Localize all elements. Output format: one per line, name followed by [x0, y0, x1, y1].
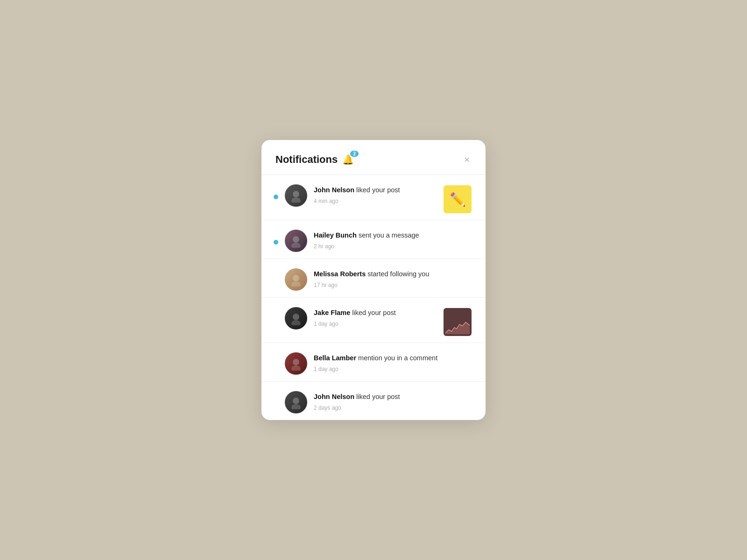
notification-text: Bella Lamber mention you in a comment: [314, 353, 472, 363]
notification-time: 1 day ago: [314, 366, 472, 372]
svg-point-1: [291, 197, 301, 203]
avatar: [285, 391, 307, 413]
panel-header: Notifications 🔔 2 ×: [261, 140, 486, 175]
avatar: [285, 268, 307, 291]
svg-point-3: [291, 243, 301, 248]
svg-point-2: [293, 236, 299, 243]
notification-time: 2 hr ago: [314, 243, 472, 250]
avatar: [285, 184, 307, 207]
notification-thumbnail: [444, 308, 472, 336]
header-left: Notifications 🔔 2: [275, 154, 354, 166]
notification-username: Hailey Bunch: [314, 231, 357, 239]
notification-thumbnail: ✏️: [444, 185, 472, 213]
notification-badge: 2: [350, 151, 359, 157]
notification-username: John Nelson: [314, 393, 354, 400]
pencil-thumb-icon: ✏️: [444, 185, 472, 213]
notification-action: started following you: [366, 270, 429, 278]
notification-action: liked your post: [350, 309, 396, 316]
notification-text: Hailey Bunch sent you a message: [314, 231, 472, 240]
avatar: [285, 230, 307, 252]
notification-item[interactable]: John Nelson liked your post4 min ago✏️: [261, 175, 486, 220]
chart-thumb: [444, 308, 472, 336]
notification-action: liked your post: [354, 393, 400, 400]
svg-marker-8: [445, 322, 470, 334]
notification-username: Melissa Roberts: [314, 270, 366, 278]
notification-text: John Nelson liked your post: [314, 185, 437, 195]
notification-item[interactable]: Bella Lamber mention you in a comment1 d…: [261, 343, 486, 382]
close-button[interactable]: ×: [462, 153, 472, 166]
notification-text: Jake Flame liked your post: [314, 308, 437, 318]
notification-text: Melissa Roberts started following you: [314, 269, 472, 279]
svg-point-11: [293, 398, 299, 404]
svg-point-4: [293, 275, 299, 281]
notification-username: John Nelson: [314, 186, 354, 194]
notification-action: sent you a message: [357, 231, 419, 239]
svg-point-5: [291, 281, 301, 287]
notification-username: Jake Flame: [314, 309, 350, 316]
notification-item[interactable]: Hailey Bunch sent you a message2 hr ago: [261, 220, 486, 259]
unread-dot: [274, 195, 278, 199]
notifications-panel: Notifications 🔔 2 × John Nelson liked yo…: [261, 140, 486, 420]
notification-action: mention you in a comment: [356, 354, 437, 362]
notification-text: John Nelson liked your post: [314, 392, 472, 402]
unread-dot: [274, 240, 278, 245]
notification-time: 2 days ago: [314, 405, 472, 411]
avatar: [285, 352, 307, 375]
notification-time: 4 min ago: [314, 198, 437, 204]
panel-title: Notifications: [275, 154, 338, 166]
notification-content: John Nelson liked your post2 days ago: [314, 391, 472, 411]
svg-point-12: [291, 404, 301, 409]
svg-point-10: [291, 365, 301, 371]
notification-content: Jake Flame liked your post1 day ago: [314, 307, 437, 327]
svg-point-9: [293, 359, 299, 365]
svg-point-0: [293, 191, 299, 197]
notification-time: 1 day ago: [314, 321, 437, 327]
notification-content: Hailey Bunch sent you a message2 hr ago: [314, 230, 472, 250]
svg-point-7: [291, 320, 301, 325]
notification-item[interactable]: Jake Flame liked your post1 day ago: [261, 298, 486, 343]
notification-username: Bella Lamber: [314, 354, 356, 362]
notifications-list: John Nelson liked your post4 min ago✏️ H…: [261, 175, 486, 420]
notification-time: 17 hr ago: [314, 282, 472, 288]
notification-content: Melissa Roberts started following you17 …: [314, 268, 472, 288]
notification-item[interactable]: Melissa Roberts started following you17 …: [261, 259, 486, 298]
bell-badge-wrapper: 🔔 2: [342, 154, 354, 165]
notification-content: John Nelson liked your post4 min ago: [314, 184, 437, 204]
notification-action: liked your post: [354, 186, 400, 194]
notification-content: Bella Lamber mention you in a comment1 d…: [314, 352, 472, 372]
avatar: [285, 307, 307, 329]
svg-point-6: [293, 314, 299, 320]
notification-item[interactable]: John Nelson liked your post2 days ago: [261, 382, 486, 420]
